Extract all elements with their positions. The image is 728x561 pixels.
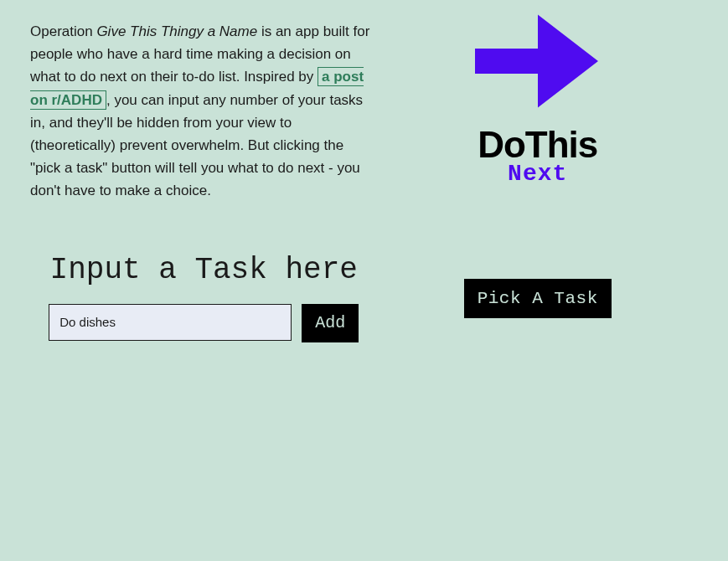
- logo-sub-text: Next: [508, 161, 567, 187]
- input-heading: Input a Task here: [30, 253, 377, 287]
- left-column: Operation Give This Thingy a Name is an …: [30, 20, 377, 342]
- logo-main-text: DoThis: [478, 124, 597, 166]
- intro-app-name: Give This Thingy a Name: [96, 23, 257, 39]
- logo-block: DoThis Next: [475, 8, 601, 187]
- task-input[interactable]: [49, 304, 292, 341]
- main-container: Operation Give This Thingy a Name is an …: [0, 0, 728, 363]
- input-row: Add: [30, 304, 377, 342]
- intro-paragraph: Operation Give This Thingy a Name is an …: [30, 20, 377, 203]
- right-column: DoThis Next Pick A Task: [377, 20, 698, 342]
- arrow-right-icon: [475, 8, 601, 117]
- svg-marker-0: [475, 15, 598, 108]
- add-button[interactable]: Add: [302, 304, 359, 342]
- input-task-section: Input a Task here Add: [30, 253, 377, 342]
- intro-prefix: Operation: [30, 23, 96, 39]
- pick-task-button[interactable]: Pick A Task: [464, 279, 612, 318]
